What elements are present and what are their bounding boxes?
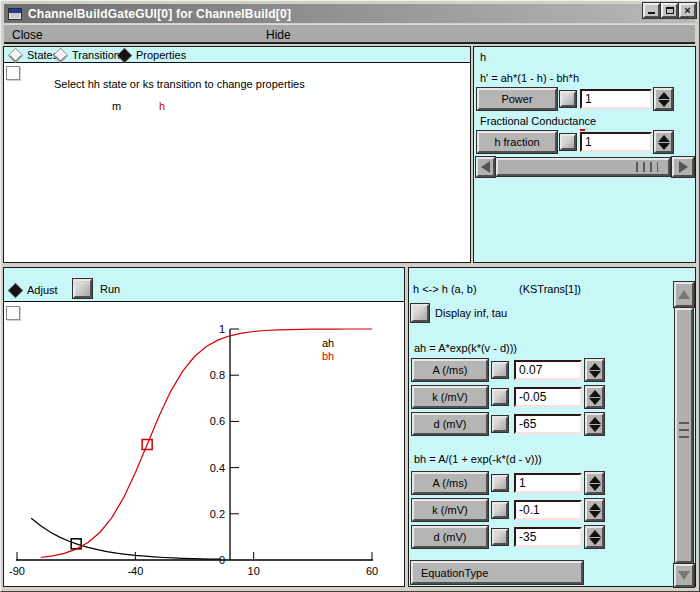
- ah-k-button[interactable]: k (/mV): [412, 386, 488, 408]
- spinner-down-icon: [658, 100, 670, 107]
- scroll-up-button[interactable]: [674, 282, 694, 307]
- spinner-up-icon: [589, 390, 601, 397]
- bh-k-button[interactable]: k (/mV): [412, 499, 488, 521]
- state-label-h[interactable]: h: [159, 100, 165, 112]
- ah-d-field[interactable]: [514, 414, 582, 434]
- radio-adjust-label: Adjust: [27, 284, 58, 296]
- power-panel: h h' = ah*(1 - h) - bh*h Power Fractiona…: [473, 46, 696, 263]
- power-field[interactable]: [580, 89, 652, 109]
- run-checkbox[interactable]: [73, 279, 92, 298]
- ah-d-button[interactable]: d (mV): [412, 413, 488, 435]
- spinner-down-icon: [589, 398, 601, 405]
- close-button[interactable]: ×: [679, 3, 696, 18]
- bh-A-default-button[interactable]: [492, 475, 508, 491]
- spinner-down-icon: [589, 425, 601, 432]
- scroll-left-button[interactable]: [476, 157, 495, 177]
- scroll-grip-icon: [679, 422, 689, 442]
- maximize-icon: [666, 7, 674, 14]
- svg-text:0: 0: [219, 554, 225, 566]
- title-bar[interactable]: ChannelBuildGateGUI[0] for ChannelBuild[…: [4, 4, 695, 23]
- radio-diamond-icon: [118, 49, 131, 62]
- scroll-down-button[interactable]: [674, 564, 694, 587]
- window-frame: ChannelBuildGateGUI[0] for ChannelBuild[…: [0, 0, 700, 592]
- radio-adjust[interactable]: Adjust: [11, 284, 58, 296]
- ah-equation: ah = A*exp(k*(v - d))): [414, 342, 517, 354]
- radio-properties[interactable]: Properties: [120, 49, 186, 61]
- gate-equation: h' = ah*(1 - h) - bh*h: [480, 72, 579, 84]
- bh-k-field[interactable]: [514, 500, 582, 520]
- bh-d-button[interactable]: d (mV): [412, 526, 488, 548]
- power-button[interactable]: Power: [477, 88, 557, 110]
- ah-A-spinner[interactable]: [585, 359, 604, 381]
- fraction-button[interactable]: h fraction: [477, 131, 557, 153]
- run-label: Run: [100, 283, 120, 295]
- radio-properties-label: Properties: [136, 49, 186, 61]
- fraction-default-button[interactable]: [560, 134, 576, 150]
- svg-text:0.4: 0.4: [210, 462, 225, 474]
- svg-text:bh: bh: [322, 350, 334, 362]
- svg-text:0.8: 0.8: [210, 369, 225, 381]
- ah-k-default-button[interactable]: [492, 389, 508, 405]
- display-inf-tau-checkbox[interactable]: [411, 304, 429, 322]
- bh-A-spinner[interactable]: [585, 472, 604, 494]
- bh-d-field[interactable]: [514, 527, 582, 547]
- bh-A-field[interactable]: [514, 473, 582, 493]
- equation-type-button[interactable]: EquationType: [411, 561, 583, 584]
- value-changed-marker: [580, 129, 585, 131]
- scroll-down-icon: [678, 571, 690, 580]
- fraction-spinner[interactable]: [654, 131, 673, 153]
- spinner-up-icon: [658, 92, 670, 99]
- spinner-down-icon: [589, 511, 601, 518]
- bh-d-default-button[interactable]: [492, 529, 508, 545]
- h-scroll-thumb[interactable]: [496, 158, 670, 176]
- bh-d-spinner[interactable]: [585, 526, 604, 548]
- scroll-left-icon: [481, 161, 490, 173]
- spinner-up-icon: [658, 135, 670, 142]
- svg-text:10: 10: [248, 565, 260, 577]
- menu-bar: Close Hide: [4, 24, 695, 44]
- spinner-down-icon: [589, 538, 601, 545]
- window-title: ChannelBuildGateGUI[0] for ChannelBuild[…: [28, 7, 291, 21]
- ah-d-spinner[interactable]: [585, 413, 604, 435]
- states-panel-header: States Transitions Properties: [4, 47, 470, 63]
- radio-states[interactable]: States: [11, 49, 58, 61]
- v-scroll-thumb[interactable]: [675, 308, 693, 563]
- spinner-down-icon: [658, 143, 670, 150]
- window-icon[interactable]: [8, 8, 22, 20]
- ah-k-field[interactable]: [514, 387, 582, 407]
- states-panel: States Transitions Properties Select hh …: [3, 46, 471, 263]
- bh-k-spinner[interactable]: [585, 499, 604, 521]
- ah-A-button[interactable]: A (/ms): [412, 359, 488, 381]
- svg-text:-90: -90: [9, 565, 25, 577]
- ah-k-spinner[interactable]: [585, 386, 604, 408]
- ah-A-field[interactable]: [514, 360, 582, 380]
- maximize-button[interactable]: [661, 3, 678, 18]
- menu-close[interactable]: Close: [12, 28, 43, 42]
- svg-text:0.6: 0.6: [210, 415, 225, 427]
- power-default-button[interactable]: [560, 91, 576, 107]
- spinner-down-icon: [589, 484, 601, 491]
- gate-name: h: [480, 51, 486, 63]
- ah-d-default-button[interactable]: [492, 416, 508, 432]
- transition-panel: h <-> h (a, b) (KSTrans[1]) Display inf,…: [408, 267, 696, 587]
- run-bar: Adjust Run: [4, 268, 404, 302]
- power-spinner[interactable]: [654, 88, 673, 110]
- radio-transitions[interactable]: Transitions: [56, 49, 125, 61]
- minimize-button[interactable]: [643, 3, 660, 18]
- spinner-up-icon: [589, 476, 601, 483]
- svg-text:ah: ah: [322, 337, 334, 349]
- bh-equation: bh = A/(1 + exp(-k*(d - v))): [414, 453, 542, 465]
- menu-hide[interactable]: Hide: [266, 28, 291, 42]
- minimize-icon: [648, 12, 655, 14]
- states-panel-menubox[interactable]: [6, 66, 20, 80]
- fraction-field[interactable]: [580, 132, 652, 152]
- spinner-up-icon: [589, 530, 601, 537]
- ah-A-default-button[interactable]: [492, 362, 508, 378]
- svg-text:1: 1: [219, 323, 225, 335]
- transition-instance: (KSTrans[1]): [519, 283, 581, 295]
- scroll-right-button[interactable]: [672, 157, 694, 177]
- spinner-down-icon: [589, 371, 601, 378]
- state-label-m[interactable]: m: [112, 100, 121, 112]
- bh-k-default-button[interactable]: [492, 502, 508, 518]
- bh-A-button[interactable]: A (/ms): [412, 472, 488, 494]
